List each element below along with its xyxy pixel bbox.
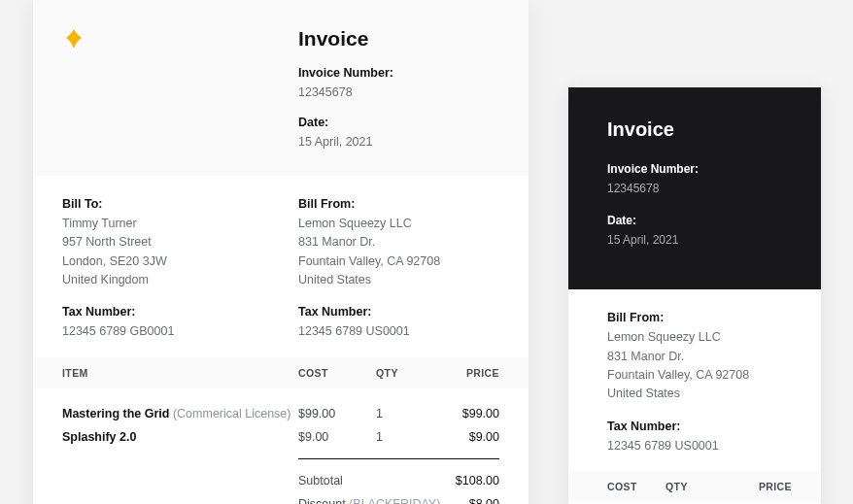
col-qty: QTY xyxy=(376,367,444,379)
col-cost: COST xyxy=(607,481,665,492)
bill-to-label: Bill To: xyxy=(62,197,298,211)
invoice-date: 15 April, 2021 xyxy=(607,231,792,250)
invoice-header: Invoice Invoice Number: 12345678 Date: 1… xyxy=(33,0,529,176)
line-items: Mastering the Grid (Commerical License) … xyxy=(62,388,499,458)
item-cost: $9.00 xyxy=(298,430,376,444)
invoice-card-light: Invoice Invoice Number: 12345678 Date: 1… xyxy=(33,0,529,504)
bill-to-tax: 12345 6789 GB0001 xyxy=(62,322,298,341)
totals: Subtotal $108.00 Discount (BLACKFRIDAY) … xyxy=(298,458,499,504)
bill-from-line2: Fountain Valley, CA 92708 xyxy=(298,252,499,271)
bill-from-name: Lemon Squeezy LLC xyxy=(607,328,792,347)
invoice-date-label: Date: xyxy=(298,116,499,129)
item-qty: 1 xyxy=(376,430,444,444)
invoice-date-label: Date: xyxy=(607,214,792,227)
bill-from-line2: Fountain Valley, CA 92708 xyxy=(607,366,792,385)
item-name: Mastering the Grid xyxy=(62,407,169,420)
line-item: Mastering the Grid (Commerical License) … xyxy=(62,402,499,425)
bill-from-tax-label: Tax Number: xyxy=(298,305,499,319)
bill-from-tax: 12345 6789 US0001 xyxy=(298,322,499,341)
line-items-header: ITEM COST QTY PRICE xyxy=(33,357,529,388)
invoice-date: 15 April, 2021 xyxy=(298,133,499,151)
invoice-title: Invoice xyxy=(298,27,499,50)
brand-logo-icon xyxy=(62,27,85,50)
bill-to-name: Timmy Turner xyxy=(62,215,298,233)
invoice-number-label: Invoice Number: xyxy=(298,66,499,80)
bill-from-line1: 831 Manor Dr. xyxy=(298,233,499,252)
line-items-header: COST QTY PRICE xyxy=(568,471,821,502)
col-price: PRICE xyxy=(719,481,792,492)
item-price: $9.00 xyxy=(444,430,499,444)
bill-to-line2: London, SE20 3JW xyxy=(62,252,298,271)
bill-to-tax-label: Tax Number: xyxy=(62,305,298,319)
bill-from-label: Bill From: xyxy=(607,311,792,324)
invoice-header-dark: Invoice Invoice Number: 12345678 Date: 1… xyxy=(568,87,821,289)
subtotal-value: $108.00 xyxy=(456,474,499,487)
line-item: Splashify 2.0 $9.00 1 $9.00 xyxy=(62,425,499,449)
subtotal-label: Subtotal xyxy=(298,474,456,487)
bill-from-country: United States xyxy=(298,271,499,289)
discount-label: Discount xyxy=(298,497,346,504)
col-price: PRICE xyxy=(444,367,499,379)
invoice-number-label: Invoice Number: xyxy=(607,162,792,176)
bill-from-line1: 831 Manor Dr. xyxy=(607,348,792,366)
bill-to-country: United Kingdom xyxy=(62,271,298,289)
item-note: (Commerical License) xyxy=(173,407,291,420)
bill-from-country: United States xyxy=(607,385,792,403)
bill-from-tax: 12345 6789 US0001 xyxy=(607,437,792,455)
invoice-card-dark: Invoice Invoice Number: 12345678 Date: 1… xyxy=(568,87,821,504)
discount-note: (BLACKFRIDAY) xyxy=(349,497,440,504)
item-name: Splashify 2.0 xyxy=(62,430,136,444)
item-price: $99.00 xyxy=(444,407,499,420)
bill-from-label: Bill From: xyxy=(298,197,499,211)
invoice-number: 12345678 xyxy=(607,180,792,198)
col-cost: COST xyxy=(298,367,376,379)
bill-from-tax-label: Tax Number: xyxy=(607,420,792,433)
invoice-title: Invoice xyxy=(607,118,792,141)
item-qty: 1 xyxy=(376,407,444,420)
bill-from-name: Lemon Squeezy LLC xyxy=(298,215,499,233)
col-item: ITEM xyxy=(62,367,298,379)
discount-value: -$8.00 xyxy=(465,497,499,504)
bill-to-line1: 957 North Street xyxy=(62,233,298,252)
invoice-number: 12345678 xyxy=(298,84,499,102)
col-qty: QTY xyxy=(665,481,719,492)
item-cost: $99.00 xyxy=(298,407,376,420)
